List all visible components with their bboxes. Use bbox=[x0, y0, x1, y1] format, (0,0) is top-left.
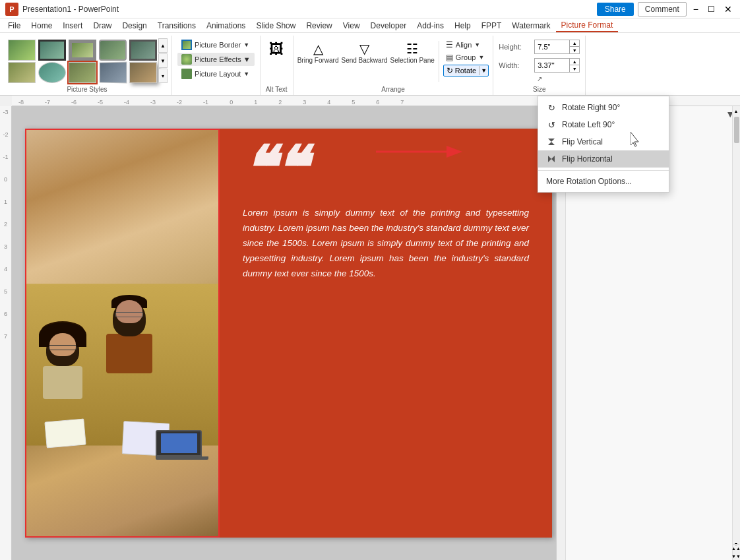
panel-scroll-up[interactable]: ▲ bbox=[733, 106, 739, 115]
width-label: Width: bbox=[499, 61, 532, 69]
picture-border-arrow[interactable]: ▼ bbox=[243, 42, 249, 48]
align-arrow[interactable]: ▼ bbox=[474, 42, 480, 48]
minimize-icon[interactable]: − bbox=[691, 4, 701, 15]
comment-button[interactable]: Comment bbox=[638, 2, 687, 16]
picture-border-label: Picture Border bbox=[195, 41, 241, 49]
scroll-expand-arrow[interactable]: ▾ bbox=[158, 69, 168, 83]
picture-styles-label: Picture Styles bbox=[67, 84, 107, 95]
menu-watermark[interactable]: Watermark bbox=[507, 20, 555, 32]
svg-marker-1 bbox=[548, 142, 555, 145]
svg-marker-0 bbox=[548, 139, 555, 142]
height-up-arrow[interactable]: ▲ bbox=[570, 40, 579, 47]
share-button[interactable]: Share bbox=[597, 3, 634, 16]
width-input[interactable] bbox=[535, 59, 569, 72]
style-thumb-3[interactable] bbox=[67, 38, 98, 62]
height-down-arrow[interactable]: ▼ bbox=[570, 47, 579, 53]
bring-forward-label[interactable]: Bring Forward bbox=[297, 57, 339, 64]
menu-developer[interactable]: Developer bbox=[365, 20, 412, 32]
send-backward-icon: ▽ bbox=[359, 41, 369, 57]
picture-layout-arrow[interactable]: ▼ bbox=[243, 71, 249, 77]
svg-marker-2 bbox=[548, 156, 551, 162]
flip-vertical-icon bbox=[546, 137, 557, 147]
close-icon[interactable]: ✕ bbox=[722, 4, 735, 15]
rotate-dropdown-arrow[interactable]: ▼ bbox=[479, 66, 488, 75]
style-thumb-10[interactable] bbox=[128, 61, 158, 84]
flip-vertical-item[interactable]: Flip Vertical bbox=[538, 133, 669, 150]
file-title: Presentation1 - PowerPoint bbox=[22, 5, 119, 14]
scroll-down-arrow[interactable]: ▼ bbox=[158, 53, 168, 68]
height-input[interactable] bbox=[535, 40, 569, 53]
picture-border-btn[interactable]: Picture Border ▼ bbox=[177, 38, 255, 51]
picture-layout-btn[interactable]: Picture Layout ▼ bbox=[177, 67, 255, 80]
style-thumb-7[interactable] bbox=[37, 61, 67, 84]
rotate-label: Rotate bbox=[455, 67, 476, 75]
width-down-arrow[interactable]: ▼ bbox=[570, 65, 579, 72]
slide-photo bbox=[26, 130, 218, 536]
more-rotation-label: More Rotation Options... bbox=[546, 177, 632, 186]
panel-scroll-expand-1[interactable]: ▲▲ bbox=[733, 544, 739, 552]
height-label: Height: bbox=[499, 43, 532, 51]
picture-layout-label: Picture Layout bbox=[195, 70, 241, 78]
selection-pane-label[interactable]: Selection Pane bbox=[390, 57, 435, 64]
size-label: Size bbox=[499, 84, 580, 95]
group-arrow[interactable]: ▼ bbox=[478, 54, 484, 61]
rotate-left-item[interactable]: ↺ Rotate Left 90° bbox=[538, 116, 669, 133]
app-wrapper: P Presentation1 - PowerPoint Share Comme… bbox=[0, 0, 740, 560]
menu-animations[interactable]: Animations bbox=[201, 20, 251, 32]
arrange-label: Arrange bbox=[297, 84, 489, 95]
group-label: Group bbox=[456, 53, 476, 61]
slide-right-section: ❝❝ Lorem ipsum is simply dummy text of t… bbox=[220, 129, 552, 538]
menu-picture-format[interactable]: Picture Format bbox=[556, 19, 619, 32]
style-thumb-5[interactable] bbox=[128, 38, 158, 62]
panel-scroll-thumb[interactable] bbox=[734, 117, 739, 143]
maximize-icon[interactable]: ☐ bbox=[705, 5, 718, 14]
menu-review[interactable]: Review bbox=[301, 20, 337, 32]
picture-layout-icon bbox=[181, 69, 192, 79]
rotate-btn-wrapper[interactable]: ↻ Rotate ▼ bbox=[443, 65, 489, 77]
style-thumb-4[interactable] bbox=[98, 38, 128, 62]
panel-scroll-expand-2[interactable]: ▼▼ bbox=[733, 552, 739, 560]
more-rotation-options-item[interactable]: More Rotation Options... bbox=[538, 173, 669, 189]
expand-size-icon[interactable]: ↗ bbox=[537, 75, 542, 82]
slide-image-section[interactable] bbox=[25, 129, 220, 538]
menu-addins[interactable]: Add-ins bbox=[412, 20, 449, 32]
menu-draw[interactable]: Draw bbox=[88, 20, 117, 32]
selection-pane-icon: ☷ bbox=[406, 41, 418, 57]
quote-mark: ❝❝ bbox=[243, 145, 529, 193]
menu-transitions[interactable]: Transitions bbox=[152, 20, 201, 32]
bring-forward-icon: △ bbox=[313, 41, 323, 57]
group-icon: ▤ bbox=[446, 53, 453, 62]
menu-help[interactable]: Help bbox=[449, 20, 476, 32]
flip-horizontal-icon bbox=[546, 154, 557, 164]
menu-home[interactable]: Home bbox=[26, 20, 57, 32]
menu-insert[interactable]: Insert bbox=[57, 20, 88, 32]
style-thumb-9[interactable] bbox=[98, 61, 128, 84]
panel-scrollbar[interactable]: ▲ ▼ ▲▲ ▼▼ bbox=[732, 106, 740, 560]
menu-view[interactable]: View bbox=[338, 20, 365, 32]
width-up-arrow[interactable]: ▲ bbox=[570, 59, 579, 65]
picture-styles-group: ▲ ▼ ▾ Picture Styles bbox=[3, 36, 172, 95]
rotate-right-item[interactable]: ↻ Rotate Right 90° bbox=[538, 99, 669, 116]
style-thumb-2[interactable] bbox=[37, 38, 67, 62]
picture-effects-btn[interactable]: Picture Effects ▼ bbox=[177, 53, 255, 66]
flip-horizontal-label: Flip Horizontal bbox=[562, 154, 613, 164]
style-thumb-1[interactable] bbox=[7, 38, 37, 62]
menu-file[interactable]: File bbox=[3, 20, 26, 32]
menu-fppt[interactable]: FPPT bbox=[476, 20, 507, 32]
menu-slideshow[interactable]: Slide Show bbox=[251, 20, 301, 32]
rotate-right-label: Rotate Right 90° bbox=[562, 103, 620, 112]
scroll-up-arrow[interactable]: ▲ bbox=[158, 38, 168, 53]
send-backward-label[interactable]: Send Backward bbox=[341, 57, 387, 64]
rotate-left-icon: ↺ bbox=[546, 119, 557, 130]
style-thumb-6[interactable] bbox=[7, 61, 37, 84]
group-btn[interactable]: ▤ Group ▼ bbox=[443, 52, 489, 63]
style-thumb-8[interactable] bbox=[67, 61, 98, 84]
menu-bar: File Home Insert Draw Design Transitions… bbox=[0, 18, 740, 33]
svg-marker-3 bbox=[551, 156, 555, 162]
alt-text-icon: 🖼 bbox=[269, 41, 284, 58]
align-btn[interactable]: ☰ Align ▼ bbox=[443, 40, 489, 50]
flip-horizontal-item[interactable]: Flip Horizontal bbox=[538, 150, 669, 168]
ribbon-wrapper: ▲ ▼ ▾ Picture Styles Picture Border ▼ bbox=[0, 33, 740, 96]
menu-design[interactable]: Design bbox=[117, 20, 152, 32]
rotate-btn-main[interactable]: ↻ Rotate bbox=[444, 65, 479, 76]
